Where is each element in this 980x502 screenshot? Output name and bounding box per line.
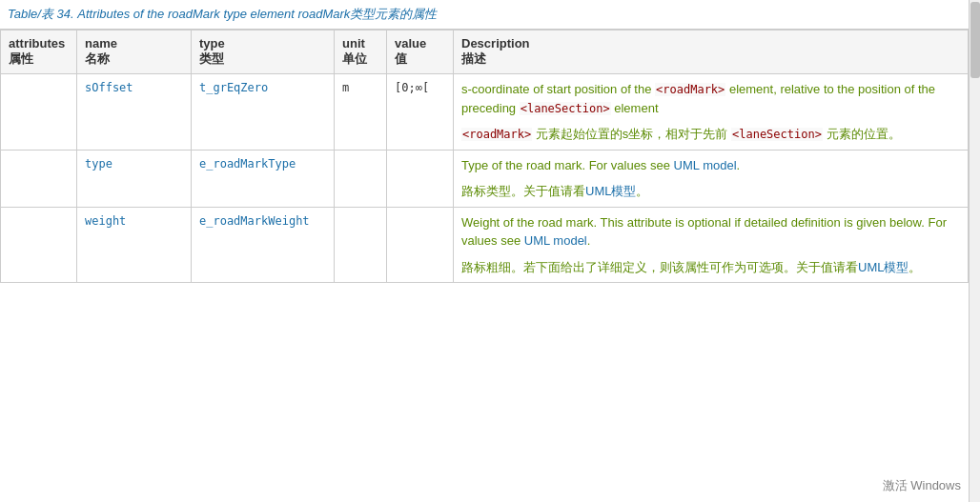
col-header-name: name 名称 xyxy=(77,30,192,74)
col-header-attr: attributes 属性 xyxy=(1,30,77,74)
col-header-desc: Description 描述 xyxy=(454,30,969,74)
col-header-value: value 值 xyxy=(387,30,454,74)
col-header-type: type 类型 xyxy=(192,30,335,74)
col-header-unit: unit 单位 xyxy=(335,30,387,74)
cell-name-1: sOffset xyxy=(77,74,192,151)
table-title: Table/表 34. Attributes of the roadMark t… xyxy=(0,0,969,30)
cell-attr-3 xyxy=(1,207,77,283)
table-row: type e_roadMarkType Type of the road mar… xyxy=(1,150,969,207)
cell-attr-2 xyxy=(1,150,77,207)
uml-link-weight-cn[interactable]: UML模型 xyxy=(858,260,909,274)
attributes-table: attributes 属性 name 名称 type 类型 unit 单位 xyxy=(0,30,969,283)
uml-link-weight-en[interactable]: UML model xyxy=(524,233,587,248)
cell-name-3: weight xyxy=(77,207,192,283)
table-header-row: attributes 属性 name 名称 type 类型 unit 单位 xyxy=(1,30,969,74)
cell-unit-2 xyxy=(335,150,387,207)
cell-attr-1 xyxy=(1,74,77,151)
table-row: weight e_roadMarkWeight Weight of the ro… xyxy=(1,207,969,283)
uml-link-type-en[interactable]: UML model xyxy=(674,158,737,172)
cell-desc-3: Weight of the road mark. This attribute … xyxy=(454,207,969,283)
cell-unit-3 xyxy=(335,207,387,283)
cell-value-1: [0;∞[ xyxy=(387,74,454,151)
cell-desc-1: s-coordinate of start position of the <r… xyxy=(454,74,969,151)
cell-type-2: e_roadMarkType xyxy=(192,150,335,207)
table-row: sOffset t_grEqZero m [0;∞[ s-coordinate … xyxy=(1,74,969,151)
cell-type-1: t_grEqZero xyxy=(192,74,335,151)
uml-link-type-cn[interactable]: UML模型 xyxy=(585,184,636,198)
cell-name-2: type xyxy=(77,150,192,207)
cell-type-3: e_roadMarkWeight xyxy=(192,207,335,283)
cell-unit-1: m xyxy=(335,74,387,151)
cell-desc-2: Type of the road mark. For values see UM… xyxy=(454,150,969,207)
cell-value-2 xyxy=(387,150,454,207)
cell-value-3 xyxy=(387,207,454,283)
scrollbar-thumb[interactable] xyxy=(970,2,980,78)
scrollbar[interactable] xyxy=(969,0,980,502)
windows-activate-text: 激活 Windows xyxy=(883,477,961,494)
